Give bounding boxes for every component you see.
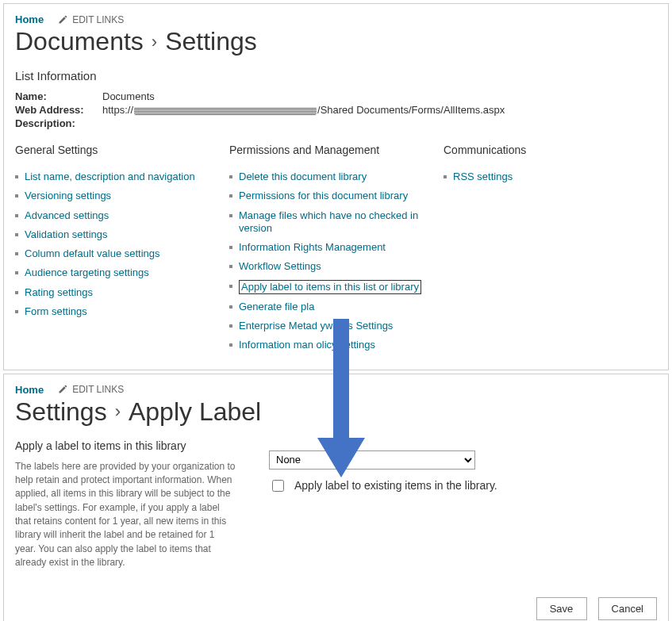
breadcrumb-part-apply-label: Apply Label (129, 397, 261, 427)
list-item: Information Rights Management (229, 241, 444, 254)
info-row-name: Name: Documents (15, 90, 657, 102)
list-item: Enterprise Metad ywords Settings (229, 320, 444, 332)
list-item: RSS settings (444, 171, 602, 183)
home-link-2[interactable]: Home (15, 384, 44, 396)
communications-list: RSS settings (444, 171, 602, 183)
settings-columns: General Settings List name, description … (15, 144, 657, 358)
link-irm[interactable]: Information Rights Management (239, 241, 386, 253)
list-item: List name, description and navigation (15, 171, 229, 183)
link-workflow-settings[interactable]: Workflow Settings (239, 260, 321, 272)
communications-heading: Communications (444, 144, 602, 156)
list-item: Information man olicy settings (229, 339, 444, 351)
edit-links-label-2: EDIT LINKS (72, 384, 124, 395)
link-permissions-library[interactable]: Permissions for this document library (239, 190, 408, 201)
link-audience-targeting[interactable]: Audience targeting settings (25, 266, 149, 278)
pencil-icon (58, 385, 67, 394)
permissions-col: Permissions and Management Delete this d… (229, 144, 444, 358)
label-select[interactable]: None (269, 450, 475, 470)
edit-links-label: EDIT LINKS (72, 14, 124, 25)
apply-label-form: Apply a label to items in this library T… (15, 439, 657, 570)
apply-label-panel: Home EDIT LINKS Settings › Apply Label A… (3, 374, 669, 622)
link-list-name-desc-nav[interactable]: List name, description and navigation (25, 171, 195, 182)
link-versioning-settings[interactable]: Versioning settings (25, 190, 111, 201)
apply-label-controls-col: None Apply label to existing items in th… (269, 439, 657, 570)
link-validation-settings[interactable]: Validation settings (25, 228, 108, 240)
list-item: Rating settings (15, 286, 229, 299)
list-item: Versioning settings (15, 190, 229, 202)
info-row-description: Description: (15, 117, 657, 129)
link-generate-file-plan[interactable]: Generate file pla (239, 301, 314, 312)
save-button[interactable]: Save (536, 597, 587, 620)
list-item: Column default value settings (15, 247, 229, 260)
permissions-list: Delete this document library Permissions… (229, 171, 444, 352)
permissions-heading: Permissions and Management (229, 144, 444, 156)
name-value: Documents (102, 90, 155, 102)
description-label: Description: (15, 117, 102, 129)
general-settings-col: General Settings List name, description … (15, 144, 229, 358)
link-advanced-settings[interactable]: Advanced settings (25, 209, 109, 221)
breadcrumb: Documents › Settings (15, 27, 657, 56)
apply-existing-checkbox[interactable] (272, 480, 284, 492)
link-rss-settings[interactable]: RSS settings (453, 171, 513, 182)
list-item: Apply label to items in this list or lib… (229, 280, 444, 294)
breadcrumb-part-settings-2[interactable]: Settings (15, 397, 107, 427)
chevron-right-icon: › (152, 32, 157, 52)
link-delete-library[interactable]: Delete this document library (239, 171, 367, 182)
edit-links-link[interactable]: EDIT LINKS (58, 14, 124, 25)
link-form-settings[interactable]: Form settings (25, 305, 87, 317)
apply-label-helptext: The labels here are provided by your org… (15, 460, 237, 570)
breadcrumb-part-documents[interactable]: Documents (15, 27, 144, 56)
link-column-default-value[interactable]: Column default value settings (25, 247, 160, 259)
chevron-right-icon: › (115, 401, 121, 422)
edit-links-link-2[interactable]: EDIT LINKS (58, 384, 124, 395)
list-item: Delete this document library (229, 171, 444, 183)
top-nav-2: Home EDIT LINKS (15, 384, 657, 396)
breadcrumb-part-settings: Settings (165, 27, 257, 56)
general-settings-list: List name, description and navigation Ve… (15, 171, 229, 318)
webaddress-value: https:///Shared Documents/Forms/AllItems… (102, 104, 505, 116)
top-nav: Home EDIT LINKS (15, 13, 657, 25)
documents-settings-panel: Home EDIT LINKS Documents › Settings Lis… (3, 3, 669, 370)
home-link[interactable]: Home (15, 13, 44, 25)
name-label: Name: (15, 90, 102, 102)
link-apply-label[interactable]: Apply label to items in this list or lib… (239, 280, 421, 294)
list-information-heading: List Information (15, 69, 657, 82)
link-info-mgmt-policy[interactable]: Information man olicy settings (239, 339, 375, 351)
webaddress-suffix: /Shared Documents/Forms/AllItems.aspx (317, 104, 505, 116)
apply-label-subheading: Apply a label to items in this library (15, 439, 237, 452)
apply-label-description-col: Apply a label to items in this library T… (15, 439, 237, 570)
general-settings-heading: General Settings (15, 144, 229, 156)
breadcrumb-2: Settings › Apply Label (15, 397, 657, 427)
list-item: Form settings (15, 305, 229, 318)
webaddress-prefix: https:// (102, 104, 133, 116)
webaddress-label: Web Address: (15, 104, 102, 116)
link-enterprise-metadata[interactable]: Enterprise Metad ywords Settings (239, 320, 393, 332)
apply-existing-row: Apply label to existing items in the lib… (269, 477, 657, 494)
list-item: Audience targeting settings (15, 266, 229, 279)
link-rating-settings[interactable]: Rating settings (25, 286, 93, 298)
redacted-host (134, 107, 317, 115)
list-item: Generate file pla (229, 301, 444, 313)
link-manage-checked-in[interactable]: Manage files which have no checked in ve… (239, 209, 418, 234)
apply-existing-label: Apply label to existing items in the lib… (294, 479, 497, 492)
cancel-button[interactable]: Cancel (598, 597, 657, 620)
communications-col: Communications RSS settings (444, 144, 602, 358)
list-item: Manage files which have no checked in ve… (229, 209, 444, 236)
list-item: Advanced settings (15, 209, 229, 222)
list-item: Workflow Settings (229, 260, 444, 273)
info-row-webaddress: Web Address: https:///Shared Documents/F… (15, 104, 657, 116)
list-item: Permissions for this document library (229, 190, 444, 202)
pencil-icon (58, 15, 67, 25)
list-item: Validation settings (15, 228, 229, 241)
form-buttons: Save Cancel (15, 597, 657, 620)
